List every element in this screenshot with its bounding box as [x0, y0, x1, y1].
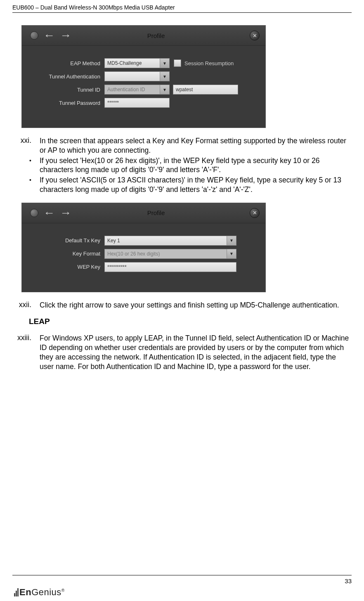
eap-method-value: MD5-Challenge — [107, 60, 142, 66]
key-format-select[interactable]: Hex(10 or 26 hex digits) ▼ — [104, 249, 236, 259]
close-icon[interactable]: ✕ — [250, 31, 260, 40]
tunnel-password-label: Tunnel Password — [30, 100, 104, 106]
tunnel-id-value: Authentication ID — [107, 87, 145, 92]
key-format-value: Hex(10 or 26 hex digits) — [107, 251, 160, 257]
nav-dot-icon[interactable] — [30, 31, 38, 40]
back-arrow-icon[interactable]: ← — [43, 206, 55, 220]
profile-dialog-1: ← → Profile ✕ EAP Method MD5-Challenge ▼… — [21, 25, 266, 128]
chevron-down-icon: ▼ — [160, 59, 169, 68]
logo-suffix: Genius — [31, 587, 61, 597]
dialog-title: Profile — [71, 209, 241, 216]
eap-method-select[interactable]: MD5-Challenge ▼ — [104, 58, 170, 68]
chevron-down-icon: ▼ — [160, 72, 169, 81]
signal-bars-icon — [14, 588, 19, 596]
close-icon[interactable]: ✕ — [250, 208, 260, 218]
wep-key-label: WEP Key — [30, 264, 104, 270]
tunnel-id-label: Tunnel ID — [30, 87, 104, 93]
wep-key-input[interactable]: ********** — [104, 262, 236, 272]
wep-key-value: ********** — [107, 264, 127, 270]
leap-heading: LEAP — [29, 317, 352, 326]
instruction-bullet-1: If you select 'Hex(10 or 26 hex digits)'… — [40, 156, 352, 175]
key-format-label: Key Format — [30, 251, 104, 257]
instruction-xxiii: For Windows XP users, to apply LEAP, in … — [40, 334, 352, 371]
session-resumption-label: Session Resumption — [184, 60, 234, 66]
dialog-titlebar: ← → Profile ✕ — [22, 26, 265, 46]
chevron-down-icon: ▼ — [227, 249, 236, 258]
nav-dot-icon[interactable] — [30, 209, 38, 217]
tunnel-id-input-value: wpatest — [176, 87, 193, 92]
tunnel-id-select[interactable]: Authentication ID ▼ — [104, 85, 170, 95]
default-tx-key-value: Key 1 — [107, 238, 120, 244]
bullet-marker: • — [12, 175, 40, 194]
session-resumption-checkbox[interactable] — [174, 59, 181, 67]
dialog-titlebar: ← → Profile ✕ — [22, 203, 265, 223]
tunnel-auth-label: Tunnel Authentication — [30, 73, 104, 80]
tunnel-password-input[interactable]: ****** — [104, 98, 170, 108]
list-marker: xxii. — [12, 300, 40, 310]
chevron-down-icon: ▼ — [160, 85, 169, 94]
default-tx-key-select[interactable]: Key 1 ▼ — [104, 236, 236, 246]
default-tx-key-label: Default Tx Key — [30, 237, 104, 244]
forward-arrow-icon[interactable]: → — [60, 29, 71, 42]
page-number: 33 — [12, 577, 352, 584]
instruction-xxi: In the screen that appears select a Key … — [40, 136, 352, 155]
instruction-xxii: Click the right arrow to save your setti… — [40, 300, 352, 310]
chevron-down-icon: ▼ — [227, 236, 236, 245]
dialog-title: Profile — [71, 32, 241, 39]
logo-prefix: En — [19, 587, 31, 597]
page-header: EUB600 – Dual Band Wireless-N 300Mbps Me… — [12, 4, 352, 13]
forward-arrow-icon[interactable]: → — [60, 206, 71, 220]
page-footer: 33 EnGenius® — [0, 575, 364, 601]
bullet-marker: • — [12, 156, 40, 175]
tunnel-auth-select[interactable]: ▼ — [104, 71, 170, 81]
back-arrow-icon[interactable]: ← — [43, 29, 55, 42]
tunnel-id-input[interactable]: wpatest — [173, 85, 238, 95]
eap-method-label: EAP Method — [30, 60, 104, 66]
registered-icon: ® — [61, 588, 65, 593]
engenius-logo: EnGenius® — [12, 587, 352, 598]
profile-dialog-2: ← → Profile ✕ Default Tx Key Key 1 ▼ Key… — [21, 203, 266, 292]
instruction-bullet-2: If you select 'ASCII(5 or 13 ASCII chara… — [40, 175, 352, 194]
tunnel-password-value: ****** — [107, 100, 119, 106]
list-marker: xxiii. — [12, 334, 40, 371]
list-marker: xxi. — [12, 136, 40, 155]
